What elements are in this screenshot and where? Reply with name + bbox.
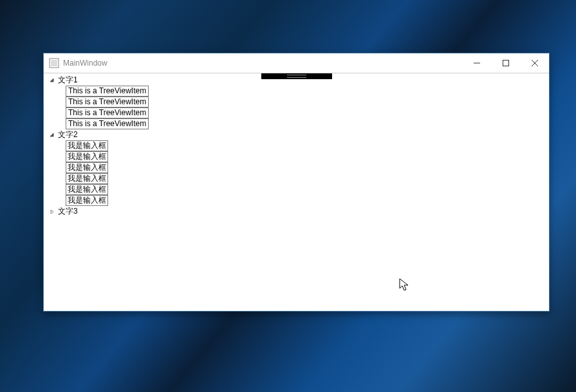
tree-item-textbox[interactable]: This is a TreeViewItem xyxy=(66,97,149,107)
tree-item[interactable]: 我是输入框 xyxy=(66,184,549,195)
tree-item-input[interactable]: 我是输入框 xyxy=(66,184,108,195)
main-window: MainWindow 文字1This is a TreeViewItemThis… xyxy=(43,53,550,312)
tree-item[interactable]: 我是输入框 xyxy=(66,151,549,162)
tree-item[interactable]: 我是输入框 xyxy=(66,162,549,173)
tree-node-label: 文字2 xyxy=(58,129,78,140)
close-button[interactable] xyxy=(520,53,549,73)
tree-item[interactable]: 我是输入框 xyxy=(66,140,549,151)
desktop-background: MainWindow 文字1This is a TreeViewItemThis… xyxy=(0,0,576,392)
tree-item[interactable]: 我是输入框 xyxy=(66,173,549,184)
tree-item-textbox[interactable]: This is a TreeViewItem xyxy=(66,86,149,97)
tree-item-input[interactable]: 我是输入框 xyxy=(66,162,108,173)
chevron-down-icon[interactable] xyxy=(49,77,55,84)
titlebar[interactable]: MainWindow xyxy=(44,53,549,73)
tree-node-label: 文字1 xyxy=(58,75,78,86)
tree-item-input[interactable]: 我是输入框 xyxy=(66,195,108,206)
tree-item-textbox[interactable]: This is a TreeViewItem xyxy=(66,107,149,118)
tree-view[interactable]: 文字1This is a TreeViewItemThis is a TreeV… xyxy=(44,73,549,217)
svg-rect-3 xyxy=(503,61,508,66)
tree-item[interactable]: This is a TreeViewItem xyxy=(66,97,549,107)
grip-icon xyxy=(287,75,306,78)
tree-item[interactable]: This is a TreeViewItem xyxy=(66,86,549,97)
tree-node-header[interactable]: 文字2 xyxy=(45,129,549,140)
client-area: 文字1This is a TreeViewItemThis is a TreeV… xyxy=(44,73,549,311)
tree-node-label: 文字3 xyxy=(58,206,78,217)
chevron-down-icon[interactable] xyxy=(49,132,55,138)
chevron-right-icon[interactable] xyxy=(49,209,55,215)
minimize-button[interactable] xyxy=(462,53,491,73)
app-icon xyxy=(49,58,59,68)
tree-node-header[interactable]: 文字3 xyxy=(45,206,549,217)
tree-node-children: This is a TreeViewItemThis is a TreeView… xyxy=(45,86,549,129)
tree-node-children: 我是输入框我是输入框我是输入框我是输入框我是输入框我是输入框 xyxy=(45,140,549,206)
tree-item[interactable]: This is a TreeViewItem xyxy=(66,118,549,129)
tree-item-input[interactable]: 我是输入框 xyxy=(66,173,108,184)
debug-overlay-handle[interactable] xyxy=(261,73,332,79)
maximize-button[interactable] xyxy=(491,53,520,73)
tree-item-input[interactable]: 我是输入框 xyxy=(66,140,108,151)
svg-rect-1 xyxy=(51,60,57,66)
tree-item-textbox[interactable]: This is a TreeViewItem xyxy=(66,118,149,129)
tree-item[interactable]: This is a TreeViewItem xyxy=(66,107,549,118)
window-title: MainWindow xyxy=(63,59,107,68)
tree-item-input[interactable]: 我是输入框 xyxy=(66,151,108,162)
tree-item[interactable]: 我是输入框 xyxy=(66,195,549,206)
